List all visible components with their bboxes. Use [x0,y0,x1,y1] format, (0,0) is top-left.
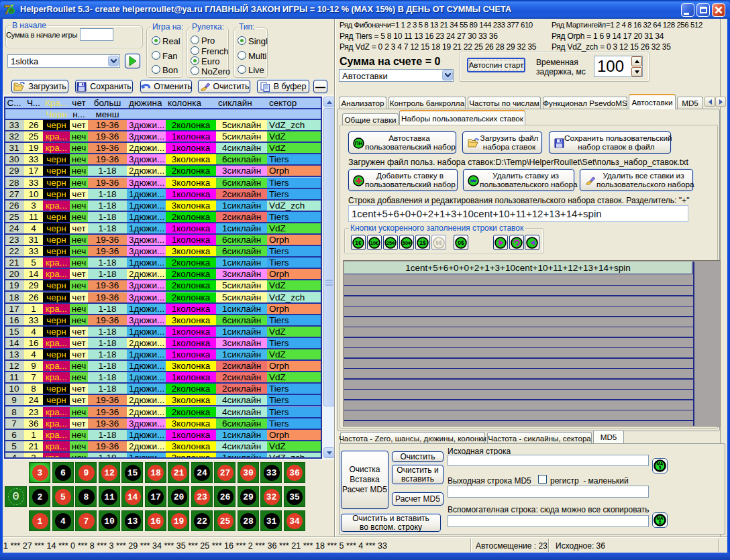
svg-text:ПН: ПН [355,140,363,146]
svg-text:25¢: 25¢ [386,239,395,245]
svg-text:5$: 5$ [435,239,442,246]
svg-text:5: 5 [659,465,662,470]
svg-text:1$: 1$ [419,239,426,246]
svg-text:1€: 1€ [355,239,362,246]
svg-text:5: 5 [659,520,662,524]
svg-text:0$: 0$ [458,239,464,246]
svg-text:10€: 10€ [370,239,378,245]
svg-text:50¢: 50¢ [402,239,410,245]
